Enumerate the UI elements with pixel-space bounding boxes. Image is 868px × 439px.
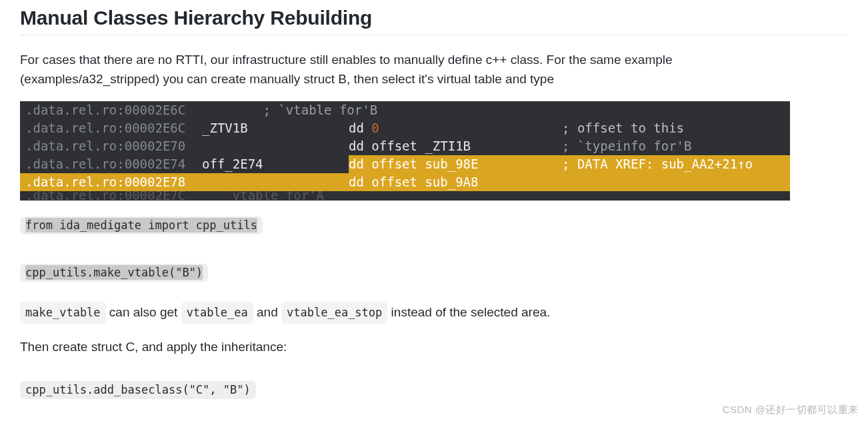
code-make-vtable: cpp_utils.make_vtable("B") <box>20 264 208 282</box>
code-line: cpp_utils.make_vtable("B") <box>20 252 848 284</box>
code-line: cpp_utils.add_baseclass("C", "B") <box>20 369 848 402</box>
asm-xref: ; DATA XREF: sub_AA2+21↑o <box>562 155 790 173</box>
asm-label: _ZTV1B <box>202 119 289 137</box>
asm-instr: dd offset _ZTI1B <box>349 137 562 155</box>
code-line: from ida_medigate import cpp_utils <box>20 205 848 237</box>
section-heading: Manual Classes Hierarchy Rebuilding <box>20 7 848 35</box>
asm-segment: .data.rel.ro:00002E78 <box>20 173 202 191</box>
code-inline: vtable_ea <box>181 302 253 324</box>
asm-comment: ; `typeinfo for'B <box>562 137 790 155</box>
code-add-baseclass: cpp_utils.add_baseclass("C", "B") <box>20 381 256 399</box>
asm-row-highlighted: .data.rel.ro:00002E74 off_2E74 dd offset… <box>20 155 790 173</box>
code-inline: vtable_ea_stop <box>281 302 387 324</box>
intro-paragraph: For cases that there are no RTTI, our in… <box>20 50 793 89</box>
asm-row: .data.rel.ro:00002E70 dd offset _ZTI1B ;… <box>20 137 790 155</box>
code-import: from ida_medigate import cpp_utils <box>20 217 263 234</box>
asm-segment: .data.rel.ro:00002E74 <box>20 155 202 173</box>
asm-row-selected: .data.rel.ro:00002E78 dd offset sub_9A8 <box>20 173 790 191</box>
code-inline: make_vtable <box>20 302 106 324</box>
asm-instr: dd 0 <box>349 119 562 137</box>
asm-row-cropped: .data.rel.ro:00002E7C `vtable for'A <box>20 191 790 201</box>
asm-instr: dd offset sub_9A8 <box>349 173 562 191</box>
article-section: Manual Classes Hierarchy Rebuilding For … <box>0 0 868 422</box>
asm-comment: ; offset to this <box>562 119 790 137</box>
after-paragraph: Then create struct C, and apply the inhe… <box>20 337 793 356</box>
asm-segment: .data.rel.ro:00002E6C <box>20 101 202 119</box>
asm-segment: .data.rel.ro:00002E70 <box>20 137 202 155</box>
disassembly-block: .data.rel.ro:00002E6C ; `vtable for'B .d… <box>20 101 790 201</box>
watermark: CSDN @还好一切都可以重来 <box>723 404 859 416</box>
asm-row: .data.rel.ro:00002E6C ; `vtable for'B <box>20 101 790 119</box>
asm-row: .data.rel.ro:00002E6C _ZTV1B dd 0 ; offs… <box>20 119 790 137</box>
asm-instr: dd offset sub_98E <box>349 155 562 173</box>
mid-paragraph: make_vtable can also get vtable_ea and v… <box>20 302 793 324</box>
asm-label: off_2E74 <box>202 155 289 173</box>
asm-segment: .data.rel.ro:00002E6C <box>20 119 202 137</box>
